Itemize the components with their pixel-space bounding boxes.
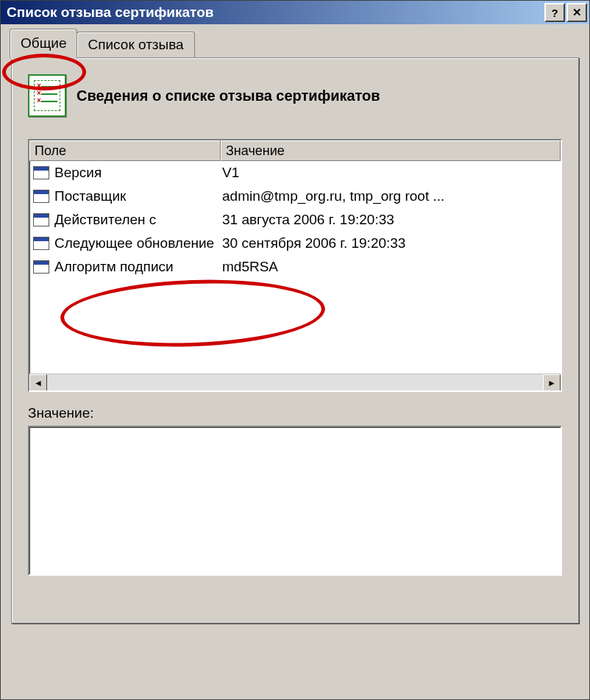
value-section-label: Значение: <box>28 405 562 421</box>
arrow-right-icon: ► <box>547 378 556 388</box>
tab-revocation-list[interactable]: Список отзыва <box>77 32 194 57</box>
client-area: Общие Список отзыва × × × Сведения о спи… <box>1 24 589 634</box>
cell-field: Версия <box>54 165 219 181</box>
close-button[interactable]: ✕ <box>566 3 587 22</box>
close-icon: ✕ <box>572 6 582 19</box>
list-header: Поле Значение <box>29 140 561 161</box>
cell-value: md5RSA <box>219 259 561 275</box>
heading-row: × × × Сведения о списке отзыва сертифика… <box>28 74 562 117</box>
tab-panel-general: × × × Сведения о списке отзыва сертифика… <box>11 57 579 624</box>
cell-value: admin@tmp_org.ru, tmp_org root ... <box>219 188 561 204</box>
list-item[interactable]: Действителен с 31 августа 2006 г. 19:20:… <box>29 208 561 232</box>
properties-list: Поле Значение Версия V1 Поставщик admin@… <box>28 139 562 392</box>
crl-document-icon: × × × <box>28 74 66 117</box>
property-icon <box>32 165 50 180</box>
property-icon <box>32 189 50 204</box>
arrow-left-icon: ◄ <box>34 378 43 388</box>
horizontal-scrollbar[interactable]: ◄ ► <box>29 374 561 390</box>
cell-field: Алгоритм подписи <box>54 259 219 275</box>
cell-field: Следующее обновление <box>54 235 219 251</box>
property-icon <box>32 236 50 251</box>
list-rows: Версия V1 Поставщик admin@tmp_org.ru, tm… <box>29 161 561 374</box>
help-button[interactable]: ? <box>544 3 565 22</box>
heading-text: Сведения о списке отзыва сертификатов <box>77 88 380 104</box>
list-item[interactable]: Версия V1 <box>29 161 561 185</box>
dialog-window: Список отзыва сертификатов ? ✕ Общие Спи… <box>0 0 590 700</box>
window-title: Список отзыва сертификатов <box>7 4 213 21</box>
cell-value: 30 сентября 2006 г. 19:20:33 <box>219 235 561 251</box>
cell-field: Поставщик <box>54 188 219 204</box>
cell-value: 31 августа 2006 г. 19:20:33 <box>219 212 561 228</box>
tab-revocation-label: Список отзыва <box>88 37 183 52</box>
column-header-value[interactable]: Значение <box>221 140 561 161</box>
list-item[interactable]: Алгоритм подписи md5RSA <box>29 255 561 279</box>
titlebar-buttons: ? ✕ <box>544 3 587 22</box>
column-header-field[interactable]: Поле <box>29 140 221 161</box>
value-detail-box[interactable] <box>28 426 562 576</box>
property-icon <box>32 260 50 274</box>
scroll-right-button[interactable]: ► <box>543 374 561 392</box>
tab-strip: Общие Список отзыва <box>10 32 579 57</box>
list-item[interactable]: Следующее обновление 30 сентября 2006 г.… <box>29 232 561 255</box>
property-icon <box>32 213 50 227</box>
tab-general-label: Общие <box>21 35 66 51</box>
cell-field: Действителен с <box>54 212 219 228</box>
cell-value: V1 <box>219 165 561 181</box>
tab-general[interactable]: Общие <box>10 29 77 59</box>
list-item[interactable]: Поставщик admin@tmp_org.ru, tmp_org root… <box>29 185 561 208</box>
question-icon: ? <box>551 7 558 19</box>
scroll-left-button[interactable]: ◄ <box>29 374 47 392</box>
title-bar: Список отзыва сертификатов ? ✕ <box>1 1 589 24</box>
